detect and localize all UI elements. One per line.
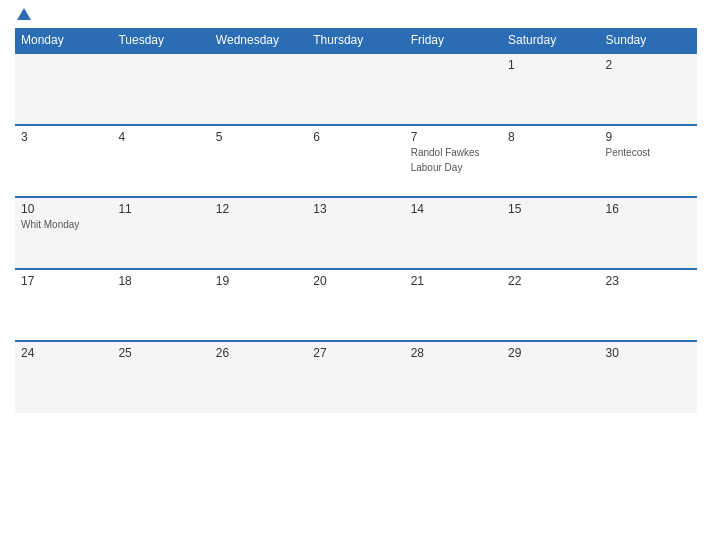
weekday-header-sunday: Sunday [600, 28, 697, 53]
calendar-cell: 13 [307, 197, 404, 269]
calendar-cell: 8 [502, 125, 599, 197]
day-number: 27 [313, 346, 398, 360]
calendar-cell: 7Randol FawkesLabour Day [405, 125, 502, 197]
week-row-1: 12 [15, 53, 697, 125]
calendar-cell: 24 [15, 341, 112, 413]
week-row-4: 17181920212223 [15, 269, 697, 341]
calendar-cell: 23 [600, 269, 697, 341]
calendar-cell [307, 53, 404, 125]
day-number: 5 [216, 130, 301, 144]
weekday-header-saturday: Saturday [502, 28, 599, 53]
day-number: 4 [118, 130, 203, 144]
event-label: Pentecost [606, 146, 691, 159]
calendar-header: MondayTuesdayWednesdayThursdayFridaySatu… [15, 28, 697, 53]
day-number: 18 [118, 274, 203, 288]
calendar-cell: 15 [502, 197, 599, 269]
event-label: Randol Fawkes [411, 146, 496, 159]
day-number: 28 [411, 346, 496, 360]
day-number: 14 [411, 202, 496, 216]
day-number: 12 [216, 202, 301, 216]
day-number: 17 [21, 274, 106, 288]
day-number: 15 [508, 202, 593, 216]
calendar-cell: 17 [15, 269, 112, 341]
day-number: 8 [508, 130, 593, 144]
logo [15, 10, 31, 20]
calendar-table: MondayTuesdayWednesdayThursdayFridaySatu… [15, 28, 697, 413]
calendar-cell: 19 [210, 269, 307, 341]
calendar-cell: 20 [307, 269, 404, 341]
calendar-cell: 4 [112, 125, 209, 197]
week-row-3: 10Whit Monday111213141516 [15, 197, 697, 269]
calendar-cell [210, 53, 307, 125]
calendar-body: 1234567Randol FawkesLabour Day89Pentecos… [15, 53, 697, 413]
calendar-cell: 5 [210, 125, 307, 197]
day-number: 21 [411, 274, 496, 288]
calendar-cell: 1 [502, 53, 599, 125]
weekday-header-thursday: Thursday [307, 28, 404, 53]
day-number: 24 [21, 346, 106, 360]
calendar-cell: 6 [307, 125, 404, 197]
calendar-cell: 14 [405, 197, 502, 269]
event-label: Labour Day [411, 161, 496, 174]
logo-triangle-icon [17, 8, 31, 20]
calendar-cell [112, 53, 209, 125]
calendar-cell: 25 [112, 341, 209, 413]
calendar-cell: 28 [405, 341, 502, 413]
day-number: 1 [508, 58, 593, 72]
calendar-cell: 22 [502, 269, 599, 341]
day-number: 30 [606, 346, 691, 360]
day-number: 29 [508, 346, 593, 360]
calendar-cell: 18 [112, 269, 209, 341]
day-number: 13 [313, 202, 398, 216]
calendar-cell: 10Whit Monday [15, 197, 112, 269]
calendar-cell [15, 53, 112, 125]
calendar-cell: 3 [15, 125, 112, 197]
day-number: 2 [606, 58, 691, 72]
calendar-cell: 12 [210, 197, 307, 269]
day-number: 19 [216, 274, 301, 288]
calendar-page: MondayTuesdayWednesdayThursdayFridaySatu… [0, 0, 712, 550]
calendar-cell: 16 [600, 197, 697, 269]
calendar-cell: 11 [112, 197, 209, 269]
header [15, 10, 697, 20]
calendar-cell: 2 [600, 53, 697, 125]
weekday-header-wednesday: Wednesday [210, 28, 307, 53]
day-number: 11 [118, 202, 203, 216]
day-number: 10 [21, 202, 106, 216]
day-number: 3 [21, 130, 106, 144]
day-number: 9 [606, 130, 691, 144]
week-row-5: 24252627282930 [15, 341, 697, 413]
day-number: 26 [216, 346, 301, 360]
calendar-cell: 9Pentecost [600, 125, 697, 197]
day-number: 20 [313, 274, 398, 288]
calendar-cell: 26 [210, 341, 307, 413]
calendar-cell [405, 53, 502, 125]
weekday-row: MondayTuesdayWednesdayThursdayFridaySatu… [15, 28, 697, 53]
weekday-header-monday: Monday [15, 28, 112, 53]
event-label: Whit Monday [21, 218, 106, 231]
calendar-cell: 30 [600, 341, 697, 413]
calendar-cell: 29 [502, 341, 599, 413]
calendar-cell: 21 [405, 269, 502, 341]
day-number: 7 [411, 130, 496, 144]
day-number: 16 [606, 202, 691, 216]
weekday-header-friday: Friday [405, 28, 502, 53]
day-number: 23 [606, 274, 691, 288]
day-number: 6 [313, 130, 398, 144]
weekday-header-tuesday: Tuesday [112, 28, 209, 53]
day-number: 22 [508, 274, 593, 288]
week-row-2: 34567Randol FawkesLabour Day89Pentecost [15, 125, 697, 197]
day-number: 25 [118, 346, 203, 360]
calendar-cell: 27 [307, 341, 404, 413]
